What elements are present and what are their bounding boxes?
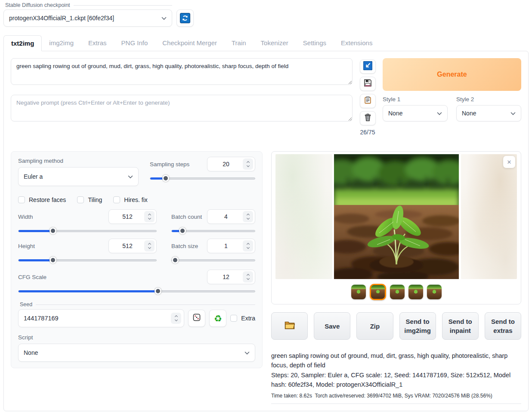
thumbnail-5[interactable] [427,285,442,299]
spinner-control[interactable] [171,313,181,324]
cfg-scale-block: CFG Scale 12 [18,270,255,295]
dice-icon [192,313,201,323]
style1-select[interactable]: None [383,105,448,121]
batch-size-input[interactable]: 1 [207,239,255,253]
chevron-down-icon [128,173,133,180]
styles-row: Style 1 None Style 2 None [383,96,521,121]
slider-thumb[interactable] [155,288,161,295]
content-row: Sampling method Euler a Sampling steps 2… [11,151,521,404]
batch-count-slider[interactable] [171,227,255,235]
spinner-control[interactable] [243,158,253,170]
chevron-down-icon [244,349,250,356]
seed-label: Seed [20,301,32,307]
sampling-method-select[interactable]: Euler a [18,167,139,186]
checkpoint-label-row: Stable Diffusion checkpoint [3,2,172,8]
tab-img2img[interactable]: img2img [42,35,81,51]
refresh-checkpoints-button[interactable] [176,9,194,27]
script-select[interactable]: None [18,344,255,362]
open-folder-button[interactable] [271,312,308,340]
checkpoint-select[interactable]: protogenX34OfficialR_1.ckpt [60fe2f34] [3,9,172,27]
cfg-scale-input[interactable]: 12 [207,270,255,284]
gallery-blur-right [461,154,517,279]
refresh-icon [180,13,190,23]
thumbnail-1[interactable] [351,285,366,299]
slider-thumb[interactable] [49,227,56,234]
script-value: None [24,349,38,356]
cfg-scale-label: CFG Scale [18,274,207,280]
thumbnail-4[interactable] [408,285,423,299]
slider-thumb[interactable] [162,175,169,182]
height-label: Height [18,243,108,249]
thumbnail-2-selected[interactable] [370,284,386,300]
generate-button[interactable]: Generate [383,58,521,91]
prompt-input[interactable]: green sapling rowing out of ground, mud,… [11,58,353,85]
slider-thumb[interactable] [172,257,179,264]
image-gallery: ✕ [271,151,521,304]
tab-png-info[interactable]: PNG Info [114,35,155,51]
script-label: Script [18,334,33,341]
zip-button[interactable]: Zip [356,312,393,340]
clear-prompt-button[interactable] [360,111,376,125]
negative-prompt-input[interactable] [11,95,353,121]
style1-label: Style 1 [383,96,448,102]
tab-bar: txt2img img2img Extras PNG Info Checkpoi… [0,27,532,51]
sampling-method-value: Euler a [24,173,43,180]
tab-extensions[interactable]: Extensions [334,35,380,51]
height-slider[interactable] [18,256,157,264]
output-buttons-row: Save Zip Send to img2img Send to inpaint… [271,312,521,340]
slider-thumb[interactable] [49,257,56,264]
tab-train[interactable]: Train [224,35,254,51]
tab-settings[interactable]: Settings [296,35,334,51]
tab-extras[interactable]: Extras [81,35,114,51]
send-to-extras-button[interactable]: Send to extras [485,312,521,340]
settings-card: Sampling method Euler a Sampling steps 2… [11,151,263,368]
generate-column: Generate Style 1 None Style 2 None [383,58,521,136]
batch-size-label: Batch size [171,243,207,249]
spinner-control[interactable] [243,271,253,283]
save-button[interactable]: Save [314,312,350,340]
reuse-seed-button[interactable]: ♻ [209,310,226,327]
extra-seed-checkbox[interactable]: Extra [230,315,255,322]
send-to-inpaint-button[interactable]: Send to inpaint [442,312,479,340]
generation-info: green sapling rowing out of ground, mud,… [271,351,521,404]
tiling-checkbox[interactable]: Tiling [77,196,102,203]
hires-fix-checkbox[interactable]: Hires. fix [113,196,147,203]
generated-image[interactable] [334,154,459,279]
send-to-img2img-button[interactable]: Send to img2img [399,312,436,340]
thumbnail-3[interactable] [390,285,405,299]
prompt-column: green sapling rowing out of ground, mud,… [11,58,353,136]
checkpoint-group: Stable Diffusion checkpoint protogenX34O… [3,2,172,27]
save-style-button[interactable] [360,77,376,91]
style2-select[interactable]: None [456,105,521,121]
restore-faces-checkbox[interactable]: Restore faces [18,196,66,203]
seed-input[interactable]: 1441787169 [18,309,184,327]
cfg-scale-slider[interactable] [18,287,255,295]
close-gallery-button[interactable]: ✕ [503,156,515,168]
spinner-control[interactable] [144,240,155,251]
sampling-steps-input[interactable]: 20 [207,157,255,171]
tab-checkpoint-merger[interactable]: Checkpoint Merger [155,35,224,51]
apply-style-button[interactable] [360,94,376,108]
checkpoint-value: protogenX34OfficialR_1.ckpt [60fe2f34] [9,15,114,22]
style1-box: Style 1 None [383,96,448,121]
random-seed-button[interactable] [188,310,205,327]
height-input[interactable]: 512 [108,239,157,253]
folder-icon [284,320,295,332]
script-block: Script None [18,333,255,362]
width-slider[interactable] [18,227,157,235]
tab-txt2img[interactable]: txt2img [3,35,42,51]
tab-tokenizer[interactable]: Tokenizer [254,35,296,51]
style1-value: None [388,110,402,117]
spinner-control[interactable] [144,211,155,222]
sampling-steps-slider[interactable] [150,174,255,183]
spinner-control[interactable] [243,211,253,222]
info-prompt: green sapling rowing out of ground, mud,… [271,351,521,370]
chevron-down-icon [161,15,167,22]
style2-value: None [462,110,476,117]
batch-count-input[interactable]: 4 [207,209,255,224]
paste-generation-params-button[interactable] [360,59,376,74]
slider-thumb[interactable] [179,227,186,234]
spinner-control[interactable] [243,240,253,251]
width-input[interactable]: 512 [108,209,157,224]
batch-size-slider[interactable] [171,256,255,264]
